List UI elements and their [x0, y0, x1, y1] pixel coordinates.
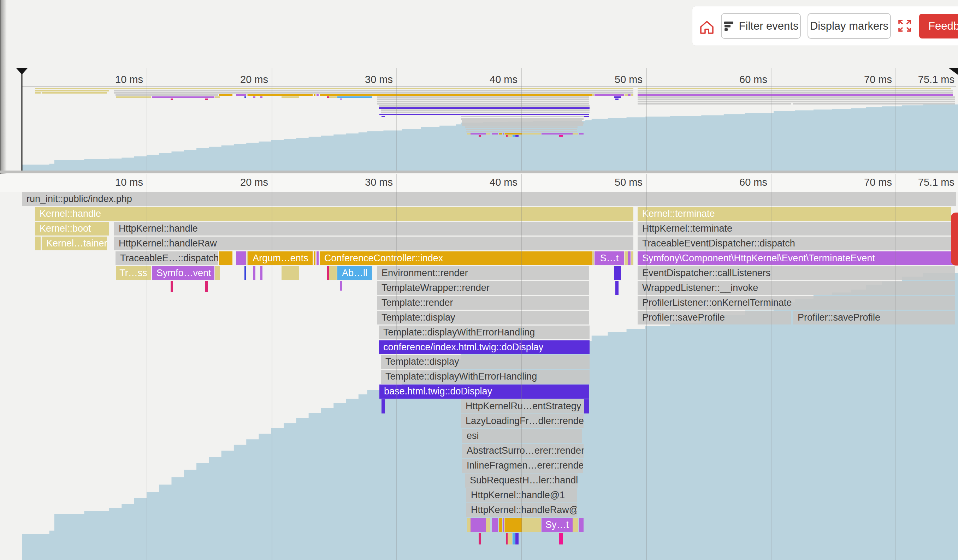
timeline-bar[interactable] [592, 252, 594, 266]
timeline-bar[interactable]: ConferenceController::index [320, 252, 592, 266]
timeline-bar[interactable] [314, 252, 316, 266]
timeline-bar[interactable]: LazyLoadingFr…dler::render [461, 414, 584, 428]
timeline-bar[interactable] [579, 518, 584, 532]
timeline-bar[interactable] [505, 518, 522, 532]
timeline-bar[interactable] [219, 252, 232, 266]
timeline-bar[interactable]: Symfony\Component\HttpKernel\Event\Termi… [638, 252, 953, 266]
timeline-bar[interactable] [573, 518, 578, 532]
toolbar: Filter events Display markers Feedback [692, 6, 958, 46]
timeline-bar[interactable] [317, 252, 319, 266]
timeline-bar[interactable] [247, 252, 248, 266]
right-handle-icon[interactable] [949, 68, 958, 75]
timeline-bar[interactable]: HttpKernelRu…entStrategy [461, 399, 584, 413]
gridline [896, 174, 896, 560]
timeline-bar[interactable] [340, 281, 342, 291]
home-icon[interactable] [699, 20, 714, 34]
timeline-bar[interactable] [614, 266, 621, 280]
timeline-bar[interactable] [615, 281, 619, 295]
timeline-bar[interactable]: TraceableEventDispatcher::dispatch [638, 237, 953, 251]
timeline-bar[interactable]: InlineFragmen…erer::render [462, 459, 583, 473]
filter-events-label: Filter events [739, 20, 799, 33]
timeline-bar[interactable] [253, 266, 255, 280]
timeline-bar[interactable] [499, 518, 502, 532]
timeline-bar[interactable]: HttpKernel::handleRaw [114, 237, 633, 251]
timeline-bar[interactable]: S…t [595, 252, 624, 266]
timeline-bar[interactable]: Profiler::saveProfile [793, 311, 955, 325]
timeline-bar[interactable] [327, 266, 329, 280]
timeline-bar[interactable]: Ab…ll [337, 266, 372, 280]
feedback-button[interactable]: Feedback [919, 14, 958, 38]
timeline-bar[interactable]: Template::display [381, 355, 590, 369]
timeline-bar[interactable]: esi [462, 429, 582, 443]
timeline-bar[interactable] [486, 518, 490, 532]
feedback-label: Feedback [928, 20, 958, 33]
timeline-bar[interactable] [515, 533, 519, 545]
timeline-bar[interactable]: Tr…ss [116, 266, 151, 280]
ruler-tick-label: 70 ms [821, 177, 892, 188]
minimap-selection-handles[interactable] [0, 67, 958, 173]
timeline-bar[interactable]: Kernel::handle [35, 207, 633, 221]
timeline-bar[interactable] [471, 518, 486, 532]
timeline-bar[interactable] [508, 533, 512, 545]
ruler-tick-label: 30 ms [322, 177, 393, 188]
timeline-bar[interactable] [559, 533, 563, 545]
timeline-bar[interactable] [631, 252, 633, 266]
fullscreen-icon[interactable] [898, 19, 912, 33]
timeline-bar[interactable]: Template::render [377, 296, 589, 310]
ruler-tick-label: 60 ms [696, 177, 767, 188]
timeline-bar[interactable]: HttpKernel::handle [114, 222, 633, 236]
timeline-bar[interactable] [522, 518, 541, 532]
timeline-bar[interactable]: conference/index.html.twig::doDisplay [379, 340, 590, 354]
timeline-bar[interactable] [625, 252, 628, 266]
profiler-timeline-page: run_init::public/index.phpKernel::handle… [0, 0, 958, 560]
timeline-bar[interactable]: base.html.twig::doDisplay [379, 384, 589, 399]
timeline-bar[interactable] [382, 399, 385, 413]
timeline-bar[interactable] [35, 237, 41, 251]
timeline-bar[interactable] [329, 266, 337, 280]
gridline [521, 174, 522, 560]
gridline [147, 174, 147, 560]
timeline-bar[interactable] [171, 281, 173, 293]
timeline-bar[interactable]: Kernel::terminate [638, 207, 951, 221]
timeline-bar[interactable]: Kernel::boot [35, 222, 109, 236]
timeline-bar[interactable]: Kernel…tainer [42, 237, 107, 251]
timeline-bar[interactable]: Sy…t [541, 518, 573, 532]
timeline-bar[interactable]: Template::display [377, 311, 589, 325]
timeline-bar[interactable]: HttpKernel::terminate [638, 222, 953, 236]
timeline-bar[interactable]: run_init::public/index.php [22, 192, 956, 206]
timeline-bar[interactable]: Template::displayWithErrorHandling [379, 326, 590, 340]
timeline-bar[interactable]: Template::displayWithErrorHandling [381, 370, 590, 384]
ruler-tick-label: 20 ms [197, 177, 268, 188]
timeline-bar[interactable]: TraceableE…::dispatch [116, 252, 218, 266]
ruler-tick-label: 10 ms [72, 177, 143, 188]
timeline-bar[interactable]: Profiler::saveProfile [638, 311, 791, 325]
timeline-bar[interactable] [467, 518, 471, 532]
timeline-bar[interactable]: ProfilerListener::onKernelTerminate [638, 296, 955, 310]
filter-events-button[interactable]: Filter events [721, 13, 801, 39]
timeline-bar[interactable] [492, 518, 498, 532]
right-edge-red-tab[interactable] [951, 212, 958, 266]
timeline-bar[interactable]: Argum…ents [248, 252, 312, 266]
timeline-bar[interactable] [282, 266, 299, 280]
filter-list-icon [723, 21, 734, 31]
timeline-bar[interactable] [236, 252, 246, 266]
timeline-bar[interactable]: Symfo…vent [152, 266, 214, 280]
gridline [272, 174, 272, 560]
timeline-bar[interactable] [628, 252, 631, 266]
timeline-bar[interactable]: TemplateWrapper::render [377, 281, 589, 295]
timeline-bar[interactable] [479, 533, 481, 545]
timeline-bar[interactable] [244, 266, 246, 280]
timeline-bar[interactable] [205, 281, 208, 293]
ruler-tick-label: 40 ms [447, 177, 517, 188]
timeline-bar[interactable] [215, 266, 220, 280]
timeline-bar[interactable]: AbstractSurro…erer::render [462, 444, 584, 458]
timeline-bar[interactable] [512, 533, 515, 545]
timeline-bar[interactable]: EventDispatcher::callListeners [638, 266, 955, 280]
timeline-bar[interactable] [260, 266, 262, 280]
timeline-bar[interactable] [584, 399, 589, 413]
gridline [771, 174, 771, 560]
display-markers-button[interactable]: Display markers [807, 13, 891, 39]
timeline-bar[interactable]: WrappedListener::__invoke [638, 281, 955, 295]
gridline [646, 174, 647, 560]
timeline-bar[interactable]: Environment::render [377, 266, 589, 280]
